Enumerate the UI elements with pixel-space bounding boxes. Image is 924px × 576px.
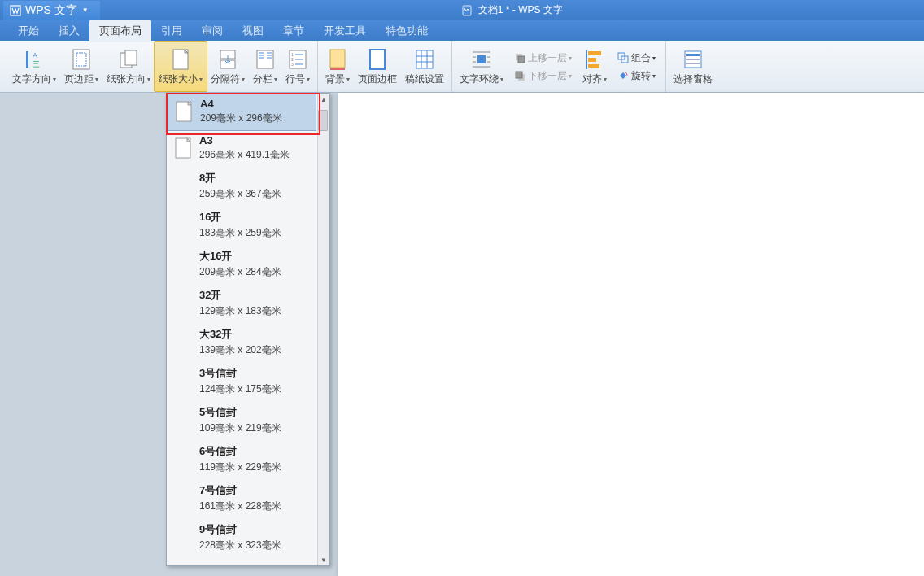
background-button[interactable]: 背景▾: [321, 42, 354, 91]
paper-size-option[interactable]: A4209毫米 x 296毫米: [167, 93, 316, 131]
paper-size-name: 8开: [199, 171, 316, 185]
paper-size-name: 大32开: [199, 327, 316, 342]
paper-size-option[interactable]: 8开259毫米 x 367毫米: [167, 167, 316, 206]
paper-size-name: A4: [200, 98, 316, 110]
breaks-icon: [218, 49, 238, 70]
ribbon-group-page-setup: A三 文字方向▾ 页边距▾ 纸张方向▾ 纸张大小▾ 分隔符▾ 分栏▾ 123 行…: [5, 41, 318, 92]
menu-tab-0[interactable]: 开始: [8, 20, 49, 42]
breaks-button[interactable]: 分隔符▾: [207, 42, 249, 91]
menu-tab-1[interactable]: 插入: [49, 20, 89, 42]
paper-size-dropdown: A4209毫米 x 296毫米A3296毫米 x 419.1毫米8开259毫米 …: [166, 93, 330, 566]
rotate-icon: [617, 70, 629, 81]
scroll-down-arrow[interactable]: ▼: [318, 554, 329, 565]
scroll-thumb[interactable]: [318, 110, 328, 131]
align-button[interactable]: 对齐▾: [578, 42, 611, 91]
svg-rect-52: [686, 54, 700, 56]
group-button[interactable]: 组合▾: [614, 50, 659, 67]
scroll-up-arrow[interactable]: ▲: [318, 94, 329, 105]
paper-size-name: 大16开: [199, 249, 316, 264]
menu-tab-8[interactable]: 特色功能: [376, 20, 438, 42]
align-icon: [584, 49, 605, 70]
selection-pane-icon: [682, 49, 704, 70]
chevron-down-icon: ▾: [569, 55, 572, 62]
paper-size-option[interactable]: 6号信封119毫米 x 229毫米: [167, 440, 316, 479]
document-title-area: 文档1 * - WPS 文字: [100, 3, 924, 17]
paper-size-option[interactable]: A3296毫米 x 419.1毫米: [167, 130, 316, 167]
paper-size-name: 16开: [199, 210, 316, 225]
text-direction-icon: A三: [24, 49, 45, 70]
paper-size-option[interactable]: 大32开139毫米 x 202毫米: [167, 323, 316, 362]
paper-size-dimensions: 109毫米 x 219毫米: [199, 421, 316, 435]
manuscript-button[interactable]: 稿纸设置: [401, 42, 448, 91]
paper-size-option[interactable]: 3号信封124毫米 x 175毫米: [167, 362, 316, 401]
paper-size-icon: [171, 48, 190, 71]
svg-rect-29: [416, 50, 433, 68]
group-icon: [617, 52, 629, 63]
paper-size-name: 7号信封: [199, 483, 316, 498]
svg-rect-45: [588, 51, 601, 55]
paper-size-dimensions: 119毫米 x 229毫米: [199, 460, 316, 474]
svg-rect-54: [686, 63, 700, 64]
app-tab-dropdown-icon[interactable]: ▼: [82, 7, 89, 14]
paper-size-option[interactable]: 大16开209毫米 x 284毫米: [167, 245, 316, 284]
paper-size-name: 32开: [199, 288, 316, 303]
svg-rect-2: [26, 51, 28, 68]
chevron-down-icon: ▾: [346, 76, 350, 83]
paper-size-option[interactable]: 9号信封228毫米 x 323毫米: [167, 518, 316, 557]
paper-size-option[interactable]: 5号信封109毫米 x 219毫米: [167, 401, 316, 440]
svg-rect-26: [330, 50, 345, 68]
menu-tab-4[interactable]: 审阅: [192, 20, 233, 42]
title-bar: WPS 文字 ▼ 文档1 * - WPS 文字: [0, 0, 924, 20]
svg-rect-28: [370, 50, 385, 69]
chevron-down-icon: ▾: [242, 76, 245, 83]
rotate-button[interactable]: 旋转▾: [614, 68, 659, 85]
ribbon-group-arrange: 文字环绕▾ 上移一层▾ 下移一层▾ 对齐▾ 组合▾ 旋转▾: [452, 41, 666, 92]
paper-size-dimensions: 129毫米 x 183毫米: [199, 304, 316, 318]
dropdown-scrollbar[interactable]: ▲ ▼: [317, 94, 329, 565]
text-direction-button[interactable]: A三 文字方向▾: [8, 42, 60, 91]
bring-forward-button: 上移一层▾: [511, 50, 575, 67]
wps-icon: [10, 5, 21, 16]
document-page[interactable]: [338, 93, 924, 576]
svg-rect-8: [125, 50, 137, 65]
app-tab[interactable]: WPS 文字 ▼: [3, 1, 100, 20]
paper-size-name: A3: [199, 134, 316, 146]
text-wrap-button[interactable]: 文字环绕▾: [455, 42, 508, 91]
svg-rect-53: [686, 59, 700, 60]
chevron-down-icon: ▾: [569, 72, 572, 80]
app-name: WPS 文字: [25, 3, 77, 18]
paper-size-option[interactable]: 16开183毫米 x 259毫米: [167, 206, 316, 245]
columns-icon: [255, 49, 275, 70]
document-icon: [461, 5, 473, 16]
margins-icon: [72, 48, 91, 71]
menu-bar: 开始插入页面布局引用审阅视图章节开发工具特色功能: [0, 20, 924, 41]
paper-size-dimensions: 228毫米 x 323毫米: [199, 539, 316, 552]
page-border-icon: [368, 48, 387, 71]
paper-size-dimensions: 124毫米 x 175毫米: [199, 382, 316, 396]
layer-stack: 上移一层▾ 下移一层▾: [508, 50, 578, 85]
paper-size-name: 9号信封: [199, 522, 316, 537]
menu-tab-2[interactable]: 页面布局: [89, 20, 151, 42]
paper-size-button[interactable]: 纸张大小▾: [154, 41, 207, 92]
menu-tab-7[interactable]: 开发工具: [314, 20, 376, 42]
menu-tab-5[interactable]: 视图: [233, 20, 273, 42]
ribbon-group-selection: 选择窗格: [666, 41, 720, 92]
paper-size-dimensions: 259毫米 x 367毫米: [199, 187, 316, 201]
paper-size-option[interactable]: 32开129毫米 x 183毫米: [167, 284, 316, 323]
margins-button[interactable]: 页边距▾: [60, 42, 102, 91]
menu-tab-3[interactable]: 引用: [151, 20, 192, 42]
chevron-down-icon: ▾: [604, 76, 607, 83]
line-numbers-button[interactable]: 123 行号▾: [281, 42, 314, 91]
transform-stack: 组合▾ 旋转▾: [611, 50, 662, 85]
svg-rect-0: [11, 6, 20, 15]
page-border-button[interactable]: 页面边框: [354, 42, 401, 91]
orientation-button[interactable]: 纸张方向▾: [102, 42, 155, 91]
columns-button[interactable]: 分栏▾: [249, 42, 281, 91]
send-backward-button: 下移一层▾: [511, 68, 575, 85]
document-title-text: 文档1 * - WPS 文字: [478, 3, 563, 17]
svg-text:三: 三: [33, 60, 40, 68]
work-area: A4209毫米 x 296毫米A3296毫米 x 419.1毫米8开259毫米 …: [0, 93, 924, 576]
menu-tab-6[interactable]: 章节: [273, 20, 314, 42]
paper-size-option[interactable]: 7号信封161毫米 x 228毫米: [167, 479, 316, 518]
selection-pane-button[interactable]: 选择窗格: [669, 42, 717, 91]
